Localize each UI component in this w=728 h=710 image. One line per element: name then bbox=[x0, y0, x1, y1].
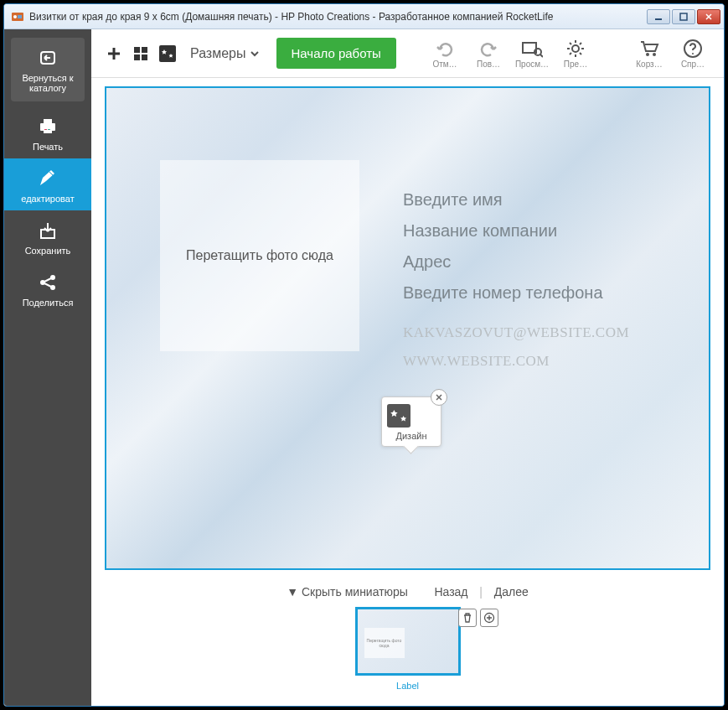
svg-rect-15 bbox=[134, 47, 140, 53]
share-icon bbox=[8, 271, 88, 294]
svg-rect-4 bbox=[680, 13, 687, 20]
svg-rect-8 bbox=[44, 128, 52, 133]
card-email-field[interactable]: KAKVASZOVUT@WEBSITE.COM bbox=[403, 324, 629, 341]
svg-rect-2 bbox=[18, 15, 22, 18]
delete-thumb-button[interactable] bbox=[458, 609, 477, 627]
cart-label: Корз… bbox=[636, 60, 662, 69]
svg-rect-17 bbox=[134, 54, 140, 60]
help-label: Спр… bbox=[681, 60, 705, 69]
undo-label: Отм… bbox=[432, 60, 457, 69]
sidebar-save[interactable]: Сохранить bbox=[4, 210, 91, 262]
topbar: Размеры Начало работы Отм… Пов… Просм… bbox=[91, 29, 724, 78]
window-title: Визитки от края до края 9 x 6cm (Домашня… bbox=[29, 11, 647, 23]
card-text-block: Введите имя Название компании Адрес Введ… bbox=[403, 190, 629, 370]
svg-rect-27 bbox=[387, 404, 410, 428]
thumbnail-preview[interactable]: Перетащить фото сюда bbox=[355, 607, 461, 676]
card-website-field[interactable]: WWW.WEBSITE.COM bbox=[403, 353, 629, 370]
main-area: Размеры Начало работы Отм… Пов… Просм… bbox=[91, 29, 724, 706]
layout-grid-icon[interactable] bbox=[130, 43, 152, 65]
gear-icon bbox=[565, 38, 586, 60]
svg-rect-3 bbox=[655, 18, 662, 20]
card-address-field[interactable]: Адрес bbox=[403, 252, 629, 272]
thumbnail-label: Label bbox=[355, 681, 461, 691]
thumbnail-dropzone-mini: Перетащить фото сюда bbox=[364, 628, 405, 658]
thumb-nav-back[interactable]: Назад bbox=[429, 585, 472, 599]
sidebar-back-to-catalog[interactable]: Вернуться к каталогу bbox=[11, 38, 85, 101]
app-icon bbox=[11, 10, 24, 23]
card-name-field[interactable]: Введите имя bbox=[403, 190, 629, 210]
svg-rect-7 bbox=[44, 119, 52, 123]
maximize-button[interactable] bbox=[672, 9, 695, 24]
svg-point-22 bbox=[572, 45, 579, 52]
svg-point-23 bbox=[646, 53, 649, 56]
preview-label: Просм… bbox=[515, 60, 549, 69]
hide-thumbnails-toggle[interactable]: ▼ Скрыть миниатюры bbox=[281, 585, 413, 599]
cart-icon bbox=[638, 38, 660, 60]
design-stars-icon[interactable] bbox=[387, 404, 436, 428]
cart-button[interactable]: Корз… bbox=[630, 38, 669, 69]
sizes-dropdown[interactable]: Размеры bbox=[183, 46, 266, 61]
minimize-button[interactable] bbox=[647, 9, 670, 24]
thumb-nav-next[interactable]: Далее bbox=[489, 585, 534, 599]
sidebar-print[interactable]: Печать bbox=[4, 106, 91, 158]
sidebar-share-label: Поделиться bbox=[23, 298, 74, 308]
svg-rect-9 bbox=[44, 129, 47, 130]
redo-icon bbox=[478, 38, 498, 60]
svg-rect-16 bbox=[142, 47, 147, 53]
preview-icon bbox=[521, 38, 543, 60]
redo-button[interactable]: Пов… bbox=[469, 38, 508, 69]
sidebar-print-label: Печать bbox=[33, 142, 63, 152]
start-button[interactable]: Начало работы bbox=[276, 38, 396, 69]
card-company-field[interactable]: Название компании bbox=[403, 221, 629, 241]
thumbnails-toolbar: ▼ Скрыть миниатюры Назад | Далее bbox=[105, 570, 710, 604]
design-popup: Дизайн bbox=[381, 396, 441, 447]
redo-label: Пов… bbox=[477, 60, 500, 69]
card-phone-field[interactable]: Введите номер телефона bbox=[403, 283, 629, 303]
svg-point-24 bbox=[653, 53, 656, 56]
svg-point-26 bbox=[692, 53, 694, 54]
settings-button[interactable]: Пре… bbox=[556, 38, 595, 69]
sidebar: Вернуться к каталогу Печать едактироват … bbox=[4, 29, 91, 706]
design-popup-close[interactable] bbox=[431, 389, 447, 406]
sidebar-share[interactable]: Поделиться bbox=[4, 262, 91, 314]
add-thumb-button[interactable] bbox=[480, 609, 498, 627]
sidebar-edit-label: едактироват bbox=[21, 194, 74, 204]
printer-icon bbox=[8, 115, 88, 138]
back-arrow-icon bbox=[14, 46, 81, 70]
preview-button[interactable]: Просм… bbox=[513, 38, 551, 69]
save-icon bbox=[8, 219, 88, 242]
card-canvas[interactable]: Перетащить фото сюда Введите имя Названи… bbox=[105, 86, 710, 570]
photo-drop-label: Перетащить фото сюда bbox=[186, 248, 333, 263]
sidebar-back-label: Вернуться к каталогу bbox=[22, 73, 73, 93]
thumbnail-item[interactable]: Перетащить фото сюда Label bbox=[355, 607, 461, 691]
sidebar-edit[interactable]: едактироват bbox=[4, 158, 91, 210]
close-button[interactable] bbox=[697, 9, 720, 24]
pencil-icon bbox=[8, 167, 88, 190]
chevron-down-icon bbox=[250, 49, 260, 59]
design-stars-icon[interactable] bbox=[157, 43, 178, 65]
svg-rect-18 bbox=[142, 54, 147, 60]
thumbnails-row: Перетащить фото сюда Label bbox=[105, 604, 710, 699]
settings-label: Пре… bbox=[564, 60, 587, 69]
help-button[interactable]: Спр… bbox=[674, 38, 712, 69]
window-controls bbox=[647, 9, 720, 24]
svg-rect-10 bbox=[48, 129, 50, 130]
svg-point-1 bbox=[13, 15, 17, 18]
thumbnail-tools bbox=[458, 609, 498, 627]
add-button[interactable] bbox=[103, 43, 125, 65]
undo-icon bbox=[435, 38, 455, 60]
undo-button[interactable]: Отм… bbox=[426, 38, 464, 69]
help-icon bbox=[683, 38, 703, 60]
sidebar-save-label: Сохранить bbox=[25, 246, 71, 256]
svg-rect-19 bbox=[159, 45, 176, 62]
titlebar: Визитки от края до края 9 x 6cm (Домашня… bbox=[4, 4, 724, 29]
sizes-label: Размеры bbox=[190, 46, 246, 61]
photo-drop-zone[interactable]: Перетащить фото сюда bbox=[160, 160, 359, 351]
design-popup-label: Дизайн bbox=[387, 431, 436, 441]
app-window: Визитки от края до края 9 x 6cm (Домашня… bbox=[3, 3, 725, 707]
